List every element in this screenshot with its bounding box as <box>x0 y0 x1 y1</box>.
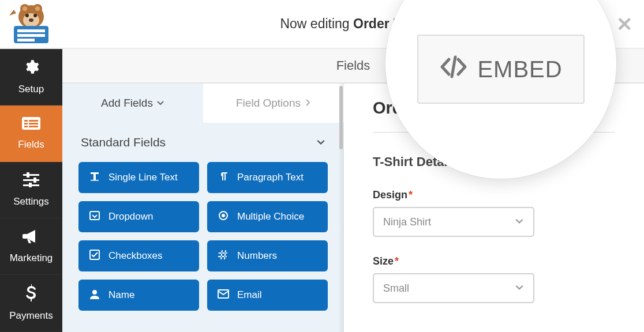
sidebar-item-label: Payments <box>9 310 53 322</box>
svg-point-29 <box>222 214 225 217</box>
sidebar-item-label: Fields <box>18 139 44 150</box>
select-value: Ninja Shirt <box>383 216 431 228</box>
svg-point-3 <box>23 6 27 11</box>
chevron-down-icon <box>316 135 325 149</box>
svg-rect-20 <box>23 174 39 176</box>
field-checkboxes[interactable]: Checkboxes <box>78 240 199 271</box>
svg-rect-27 <box>90 212 99 220</box>
text-icon <box>89 171 100 184</box>
required-marker: * <box>395 255 399 267</box>
field-label: Single Line Text <box>108 172 178 183</box>
embed-label: EMBED <box>477 56 562 82</box>
field-paragraph-text[interactable]: Paragraph Text <box>207 162 328 193</box>
select-value: Small <box>383 282 409 295</box>
label-text: Size <box>373 255 394 267</box>
radio-icon <box>218 210 229 224</box>
size-label: Size* <box>373 255 615 267</box>
svg-point-6 <box>25 14 29 17</box>
tab-field-options[interactable]: Field Options <box>203 84 344 123</box>
embed-button[interactable]: EMBED <box>417 35 585 104</box>
list-icon <box>22 116 40 134</box>
check-icon <box>89 250 100 263</box>
group-title: Standard Fields <box>81 135 166 149</box>
svg-rect-21 <box>23 179 39 181</box>
sidebar-item-setup[interactable]: Setup <box>0 49 62 105</box>
dollar-icon <box>26 284 36 305</box>
svg-rect-15 <box>29 120 38 122</box>
sidebar-item-fields[interactable]: Fields <box>0 105 62 162</box>
fields-panel: Add Fields Field Options Standard Fields <box>62 84 344 332</box>
svg-rect-14 <box>24 120 28 122</box>
gear-icon <box>23 59 39 79</box>
svg-point-7 <box>33 14 37 17</box>
svg-rect-19 <box>29 126 38 127</box>
svg-point-31 <box>92 290 97 295</box>
design-select[interactable]: Ninja Shirt <box>373 207 534 237</box>
svg-point-8 <box>29 18 33 22</box>
svg-rect-10 <box>17 29 45 32</box>
svg-rect-11 <box>17 34 45 37</box>
field-multiple-choice[interactable]: Multiple Choice <box>207 201 328 232</box>
required-marker: * <box>409 189 413 201</box>
paragraph-icon <box>218 171 229 184</box>
sidebar: Setup Fields Settings Marketing Payments <box>0 49 62 332</box>
tab-label: Field Options <box>236 97 301 110</box>
svg-point-4 <box>35 6 40 11</box>
size-select[interactable]: Small <box>373 273 534 303</box>
chevron-down-icon <box>515 282 524 295</box>
close-icon[interactable]: ✕ <box>616 14 632 34</box>
chevron-down-icon <box>515 216 524 228</box>
sidebar-item-marketing[interactable]: Marketing <box>0 218 62 275</box>
field-label: Email <box>237 289 262 301</box>
label-text: Design <box>373 189 407 201</box>
design-label: Design* <box>373 189 615 201</box>
sidebar-item-payments[interactable]: Payments <box>0 275 62 331</box>
scrollbar-thumb[interactable] <box>339 86 343 149</box>
svg-rect-12 <box>17 39 35 42</box>
field-grid: Single Line Text Paragraph Text Dropdown… <box>62 162 344 311</box>
svg-rect-26 <box>91 180 99 181</box>
bullhorn-icon <box>23 229 40 248</box>
svg-rect-25 <box>29 183 32 187</box>
hash-icon <box>218 250 229 263</box>
field-label: Numbers <box>237 250 277 262</box>
svg-rect-24 <box>33 178 36 183</box>
svg-rect-23 <box>27 172 29 178</box>
svg-rect-18 <box>24 126 28 127</box>
tab-add-fields[interactable]: Add Fields <box>62 84 203 123</box>
svg-rect-17 <box>29 123 38 124</box>
sidebar-item-settings[interactable]: Settings <box>0 162 62 218</box>
code-icon <box>439 52 468 86</box>
field-label: Multiple Choice <box>237 211 304 222</box>
panel-tabs: Add Fields Field Options <box>62 84 344 123</box>
subheader-title: Fields <box>336 58 370 73</box>
field-label: Paragraph Text <box>237 172 304 183</box>
sidebar-item-label: Setup <box>18 84 44 95</box>
mail-icon <box>218 289 229 301</box>
field-name[interactable]: Name <box>78 280 199 311</box>
group-standard-fields[interactable]: Standard Fields <box>62 123 344 162</box>
app-logo <box>0 0 62 48</box>
field-label: Name <box>108 289 134 301</box>
editing-prefix: Now editing <box>280 16 349 31</box>
chevron-right-icon <box>304 97 311 110</box>
field-email[interactable]: Email <box>207 280 328 311</box>
sliders-icon <box>23 172 39 191</box>
field-single-line-text[interactable]: Single Line Text <box>78 162 199 193</box>
chevron-down-icon <box>156 97 164 110</box>
sidebar-item-label: Settings <box>13 196 48 207</box>
field-label: Checkboxes <box>108 250 163 262</box>
field-dropdown[interactable]: Dropdown <box>78 201 199 232</box>
field-numbers[interactable]: Numbers <box>207 240 328 271</box>
user-icon <box>89 289 100 302</box>
dropdown-icon <box>89 210 100 224</box>
svg-rect-16 <box>24 123 28 124</box>
field-label: Dropdown <box>108 211 153 222</box>
sidebar-item-label: Marketing <box>10 252 53 264</box>
tab-label: Add Fields <box>101 97 153 110</box>
